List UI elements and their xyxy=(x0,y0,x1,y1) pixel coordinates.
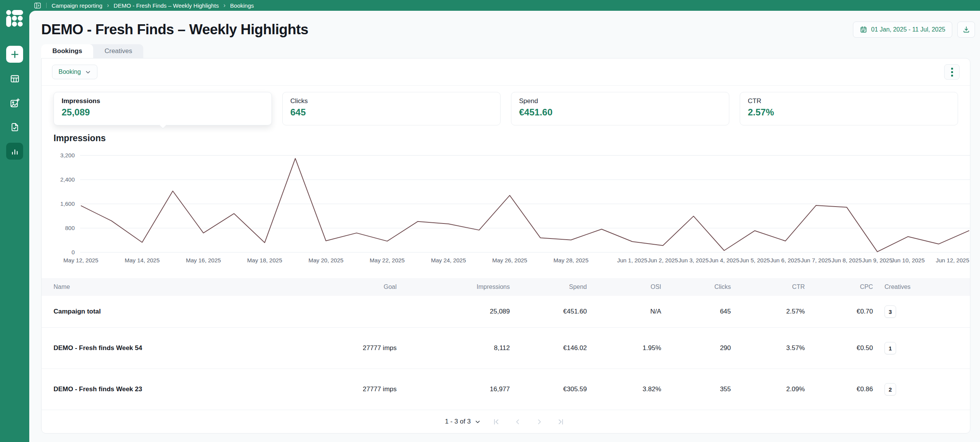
next-page-button[interactable] xyxy=(534,416,545,427)
cell-goal: 27777 imps xyxy=(304,385,397,393)
table-row[interactable]: DEMO - Fresh finds Week 2327777 imps16,9… xyxy=(42,369,970,410)
cell-impressions: 25,089 xyxy=(397,308,510,315)
cell-spend: €451.60 xyxy=(510,308,587,315)
date-range-label: 01 Jan, 2025 - 11 Jul, 2025 xyxy=(871,26,945,33)
kpi-value: €451.60 xyxy=(519,107,721,118)
download-button[interactable] xyxy=(957,22,975,38)
cell-goal: 27777 imps xyxy=(304,344,397,352)
cell-name: DEMO - Fresh finds Week 54 xyxy=(54,344,304,352)
page-header: DEMO - Fresh Finds – Weekly Highlights 0… xyxy=(29,11,980,44)
kpi-card-impressions[interactable]: Impressions 25,089 xyxy=(54,92,272,125)
tab-creatives[interactable]: Creatives xyxy=(93,44,143,58)
group-by-dropdown[interactable]: Booking xyxy=(52,65,97,79)
cell-clicks: 290 xyxy=(661,344,731,352)
x-axis-label: May 26, 2025 xyxy=(481,257,539,264)
creatives-count-badge: 3 xyxy=(885,305,896,318)
chevron-down-icon xyxy=(475,419,481,425)
cell-clicks: 645 xyxy=(661,308,731,315)
cell-osi: 3.82% xyxy=(587,385,661,393)
last-page-button[interactable] xyxy=(555,416,567,427)
kebab-icon xyxy=(951,68,953,70)
panel-toolbar: Booking xyxy=(42,58,970,86)
chevron-down-icon xyxy=(85,69,91,75)
cell-clicks: 355 xyxy=(661,385,731,393)
topbar: Campaign reporting › DEMO - Fresh Finds … xyxy=(29,0,980,11)
cell-ctr: 3.57% xyxy=(731,344,805,352)
document-check-icon xyxy=(10,122,20,132)
impressions-line-svg xyxy=(80,152,970,255)
last-page-icon xyxy=(557,418,565,426)
kpi-card-clicks[interactable]: Clicks 645 xyxy=(282,92,501,125)
x-axis-label: May 28, 2025 xyxy=(542,257,600,264)
tabs: Bookings Creatives xyxy=(41,44,980,58)
kpi-card-ctr[interactable]: CTR 2.57% xyxy=(740,92,958,125)
y-axis-label: 2,400 xyxy=(42,176,75,183)
breadcrumb-campaign-name[interactable]: DEMO - Fresh Finds – Weekly Highlights xyxy=(114,2,219,9)
chevron-left-icon xyxy=(514,418,522,426)
y-axis-label: 1,600 xyxy=(42,200,75,207)
cell-creatives: 2 xyxy=(873,383,959,395)
app-logo-icon[interactable] xyxy=(6,10,23,27)
panel-menu-button[interactable] xyxy=(944,64,960,80)
x-axis-label: May 16, 2025 xyxy=(174,257,232,264)
cell-impressions: 8,112 xyxy=(397,344,510,352)
kpi-value: 25,089 xyxy=(62,107,264,118)
page-size-dropdown[interactable]: 1 - 3 of 3 xyxy=(445,418,480,425)
chevron-right-icon xyxy=(535,418,543,426)
cell-name: DEMO - Fresh finds Week 23 xyxy=(54,385,304,393)
chart-title: Impressions xyxy=(42,125,970,145)
kpi-value: 645 xyxy=(290,107,493,118)
column-header-goal: Goal xyxy=(304,284,397,290)
sidebar-item-creatives[interactable] xyxy=(6,94,23,111)
previous-page-button[interactable] xyxy=(512,416,524,427)
page-title: DEMO - Fresh Finds – Weekly Highlights xyxy=(41,22,853,38)
creatives-count-badge: 1 xyxy=(885,342,896,354)
sidebar-item-reporting[interactable] xyxy=(6,143,23,160)
column-header-spend: Spend xyxy=(510,284,587,290)
sidebar-toggle-icon[interactable] xyxy=(34,2,41,9)
cell-creatives: 1 xyxy=(873,342,959,354)
date-range-button[interactable]: 01 Jan, 2025 - 11 Jul, 2025 xyxy=(853,22,952,38)
download-icon xyxy=(963,26,970,33)
x-axis-label: Jun 12, 2025 xyxy=(915,257,969,264)
column-header-clicks: Clicks xyxy=(661,284,731,290)
breadcrumb-campaign-reporting[interactable]: Campaign reporting xyxy=(52,2,102,9)
tab-bookings[interactable]: Bookings xyxy=(41,44,93,58)
first-page-button[interactable] xyxy=(491,416,502,427)
table-header: NameGoalImpressionsSpendOSIClicksCTRCPCC… xyxy=(42,278,970,296)
create-new-button[interactable] xyxy=(6,46,23,63)
column-header-ctr: CTR xyxy=(731,284,805,290)
cell-name: Campaign total xyxy=(54,308,304,315)
chevron-right-icon: › xyxy=(107,2,109,8)
kpi-card-spend[interactable]: Spend €451.60 xyxy=(511,92,729,125)
sidebar xyxy=(0,0,29,442)
image-plus-icon xyxy=(10,98,20,108)
cell-osi: N/A xyxy=(587,308,661,315)
group-by-label: Booking xyxy=(59,68,81,75)
kpi-value: 2.57% xyxy=(748,107,950,118)
plus-icon xyxy=(10,49,20,60)
table-body: Campaign total25,089€451.60N/A6452.57%€0… xyxy=(42,296,970,410)
cell-cpc: €0.50 xyxy=(805,344,873,352)
cell-cpc: €0.86 xyxy=(805,385,873,393)
y-axis-label: 3,200 xyxy=(42,152,75,158)
creatives-count-badge: 2 xyxy=(885,383,896,395)
impressions-series-line xyxy=(81,158,969,252)
cell-ctr: 2.57% xyxy=(731,308,805,315)
sidebar-item-bookings[interactable] xyxy=(6,118,23,135)
divider xyxy=(46,3,47,8)
table-grid-icon xyxy=(10,73,20,84)
breadcrumb-bookings[interactable]: Bookings xyxy=(230,2,254,9)
bookings-panel: Booking Impressions 25,089 Clicks 645 Sp… xyxy=(41,58,970,434)
kpi-label: Impressions xyxy=(62,97,264,105)
sidebar-item-campaigns[interactable] xyxy=(6,70,23,87)
x-axis-label: May 24, 2025 xyxy=(420,257,477,264)
table-row[interactable]: DEMO - Fresh finds Week 5427777 imps8,11… xyxy=(42,328,970,369)
chevron-right-icon: › xyxy=(223,2,225,8)
kpi-label: CTR xyxy=(748,97,950,105)
column-header-creatives: Creatives xyxy=(873,284,959,290)
pagination: 1 - 3 of 3 xyxy=(42,410,970,433)
column-header-impressions: Impressions xyxy=(397,284,510,290)
column-header-name: Name xyxy=(54,284,304,290)
cell-cpc: €0.70 xyxy=(805,308,873,315)
